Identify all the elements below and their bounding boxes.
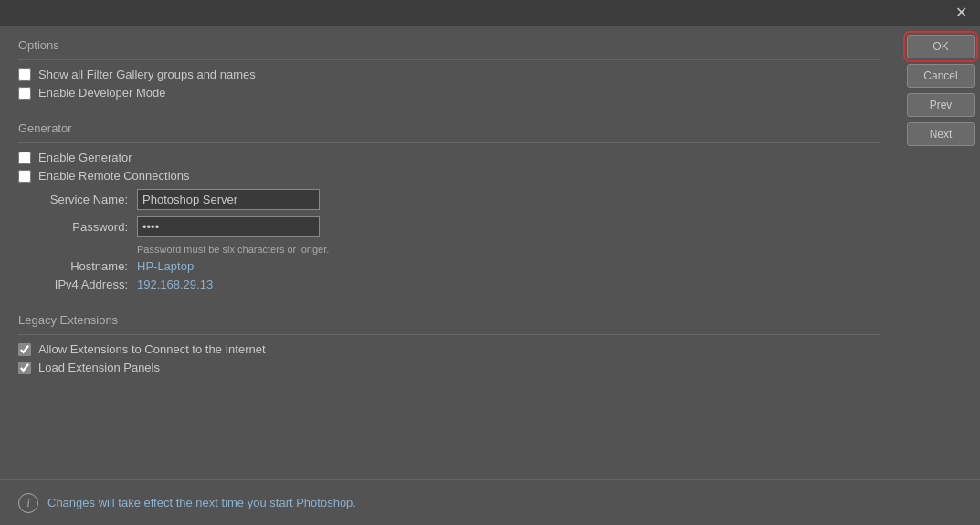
legacy-extensions-section-label: Legacy Extensions <box>18 313 880 327</box>
service-name-input[interactable] <box>137 189 320 210</box>
show-all-filters-row: Show all Filter Gallery groups and names <box>18 68 880 81</box>
password-input[interactable] <box>137 216 320 237</box>
hostname-row: Hostname: HP-Laptop <box>18 259 880 273</box>
enable-dev-mode-label: Enable Developer Mode <box>38 86 165 100</box>
service-name-label: Service Name: <box>27 193 128 206</box>
password-group: Password: <box>18 216 880 237</box>
enable-generator-row: Enable Generator <box>18 151 880 164</box>
enable-dev-mode-checkbox[interactable] <box>18 87 31 100</box>
footer-text-accent: next time you start Photoshop <box>195 496 353 509</box>
allow-connect-row: Allow Extensions to Connect to the Inter… <box>18 342 880 356</box>
options-section-label: Options <box>18 38 880 52</box>
enable-remote-label: Enable Remote Connections <box>38 169 190 183</box>
ipv4-value: 192.168.29.13 <box>137 278 213 291</box>
footer-text: Changes will take effect the next time y… <box>47 496 356 509</box>
enable-dev-mode-row: Enable Developer Mode <box>18 86 880 100</box>
enable-generator-checkbox[interactable] <box>18 152 31 164</box>
main-panel: Options Show all Filter Gallery groups a… <box>0 26 898 479</box>
cancel-button[interactable]: Cancel <box>907 64 975 88</box>
show-all-filters-checkbox[interactable] <box>18 68 31 81</box>
password-label: Password: <box>27 220 128 234</box>
show-all-filters-label: Show all Filter Gallery groups and names <box>38 68 256 81</box>
dialog: ✕ Options Show all Filter Gallery groups… <box>0 0 980 525</box>
footer-text-part1: Changes will take effect the <box>47 496 195 509</box>
footer-text-part2: . <box>353 496 356 509</box>
password-hint: Password must be six characters or longe… <box>137 244 880 255</box>
allow-connect-checkbox[interactable] <box>18 343 31 356</box>
close-button[interactable]: ✕ <box>952 4 971 22</box>
hostname-value: HP-Laptop <box>137 259 194 273</box>
footer-bar: i Changes will take effect the next time… <box>0 479 980 525</box>
ipv4-label: IPv4 Address: <box>27 278 128 291</box>
content-area: Options Show all Filter Gallery groups a… <box>0 26 980 479</box>
legacy-extensions-divider <box>18 334 880 335</box>
generator-divider <box>18 142 880 143</box>
ipv4-row: IPv4 Address: 192.168.29.13 <box>18 278 880 291</box>
load-extension-label: Load Extension Panels <box>38 361 160 374</box>
options-divider <box>18 59 880 60</box>
ok-button[interactable]: OK <box>907 35 975 58</box>
enable-remote-row: Enable Remote Connections <box>18 169 880 183</box>
allow-connect-label: Allow Extensions to Connect to the Inter… <box>38 342 266 356</box>
side-buttons-panel: OK Cancel Prev Next <box>898 26 980 479</box>
service-name-group: Service Name: <box>18 189 880 210</box>
generator-section-label: Generator <box>18 121 880 135</box>
info-icon: i <box>18 493 38 513</box>
enable-remote-checkbox[interactable] <box>18 170 31 183</box>
enable-generator-label: Enable Generator <box>38 151 132 164</box>
load-extension-row: Load Extension Panels <box>18 361 880 374</box>
prev-button[interactable]: Prev <box>907 93 975 117</box>
load-extension-checkbox[interactable] <box>18 362 31 374</box>
title-bar: ✕ <box>0 0 980 26</box>
hostname-label: Hostname: <box>27 259 128 273</box>
next-button[interactable]: Next <box>907 122 975 146</box>
